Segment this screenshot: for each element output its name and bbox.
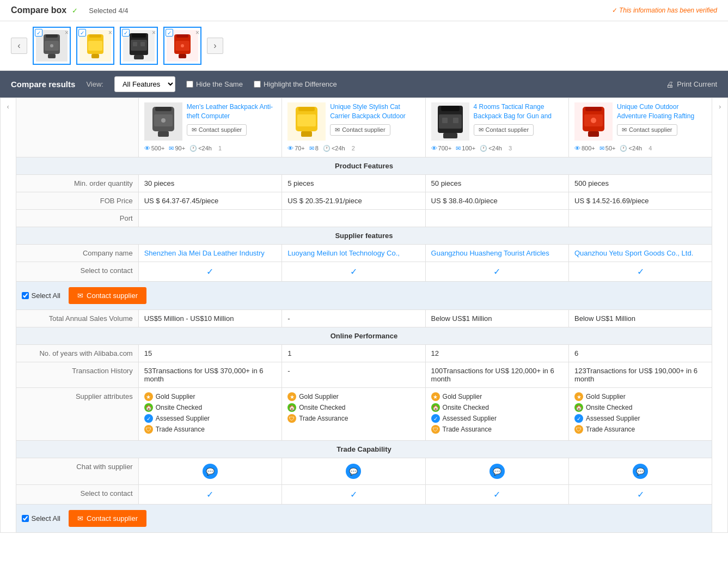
supplier-features-header: Supplier features	[16, 227, 712, 245]
hide-same-label[interactable]: Hide the Same	[186, 80, 243, 88]
contact-supplier-btn-1[interactable]: ✉ Contact supplier	[69, 287, 146, 304]
check-bottom-icon-4: ✓	[637, 490, 644, 499]
view-select[interactable]: All Features	[114, 76, 175, 92]
years-alibaba-val-1: 15	[138, 345, 282, 362]
thumb-close-3[interactable]: ×	[152, 29, 156, 37]
chat-supplier-val-2[interactable]: 💬	[282, 458, 425, 485]
chat-supplier-val-1[interactable]: 💬	[138, 458, 282, 485]
chat-bubble-4[interactable]: 💬	[633, 464, 648, 479]
select-contact-bottom-2[interactable]: ✓	[282, 485, 425, 505]
total-sales-val-3: Below US$1 Million	[425, 310, 568, 327]
print-button[interactable]: 🖨 Print Current	[666, 80, 717, 89]
chat-supplier-val-4[interactable]: 💬	[569, 458, 712, 485]
clock-icon-2: 🕐	[323, 145, 331, 152]
chat-bubble-2[interactable]: 💬	[346, 464, 361, 479]
svg-point-29	[161, 118, 166, 123]
product-name-4[interactable]: Unique Cute Outdoor Adventure Floating R…	[617, 102, 706, 121]
select-contact-4[interactable]: ✓	[569, 262, 712, 282]
select-all-checkbox-1[interactable]	[22, 292, 29, 299]
thumb-item-2[interactable]: ✓ ×	[76, 27, 114, 65]
views-2: 👁 70+	[287, 145, 305, 151]
thumb-close-1[interactable]: ×	[65, 29, 69, 37]
highlight-diff-checkbox[interactable]	[254, 81, 261, 88]
highlight-diff-label[interactable]: Highlight the Difference	[254, 80, 337, 88]
company-name-val-1: Shenzhen Jia Mei Da Leather Industry	[138, 245, 282, 262]
selected-badge: Selected 4/4	[89, 7, 128, 15]
attr-gold-3: ★ Gold Supplier	[431, 392, 563, 401]
product-name-1[interactable]: Men's Leather Backpack Anti-theft Comput…	[187, 102, 276, 121]
select-contact-label: Select to contact	[16, 262, 138, 282]
min-order-label: Min. order quantity	[16, 175, 138, 192]
table-left-arrow[interactable]: ‹	[1, 98, 16, 533]
compare-box-title: Compare box	[11, 5, 66, 15]
port-label: Port	[16, 210, 138, 227]
product-name-2[interactable]: Unique Style Stylish Cat Carrier Backpac…	[330, 102, 419, 121]
contact-btn-1[interactable]: ✉ Contact supplier	[187, 124, 247, 136]
chat-supplier-val-3[interactable]: 💬	[425, 458, 568, 485]
check-bottom-icon-2: ✓	[350, 490, 357, 499]
thumb-item-1[interactable]: ✓ ×	[33, 27, 71, 65]
contact-supplier-btn-2[interactable]: ✉ Contact supplier	[69, 510, 146, 527]
svg-point-23	[181, 44, 184, 47]
product-thumb-img-1	[144, 102, 182, 141]
company-link-2[interactable]: Luoyang Meilun lot Technology Co.,	[287, 249, 400, 257]
contact-btn-4[interactable]: ✉ Contact supplier	[617, 124, 677, 136]
company-link-1[interactable]: Shenzhen Jia Mei Da Leather Industry	[144, 249, 265, 257]
online-performance-header-row: Online Performance	[1, 327, 728, 345]
hide-same-checkbox[interactable]	[186, 81, 193, 88]
onsite-icon-3: 🏠	[431, 403, 440, 412]
thumb-close-2[interactable]: ×	[108, 29, 112, 37]
product-features-header: Product Features	[16, 157, 712, 175]
select-contact-1[interactable]: ✓	[138, 262, 282, 282]
company-link-4[interactable]: Quanzhou Yetu Sport Goods Co., Ltd.	[574, 249, 693, 257]
product-thumb-img-4	[574, 102, 613, 141]
select-contact-bottom-3[interactable]: ✓	[425, 485, 568, 505]
thumb-item-4[interactable]: ✓ ×	[163, 27, 201, 65]
svg-rect-33	[301, 131, 312, 137]
select-contact-bottom-1[interactable]: ✓	[138, 485, 282, 505]
select-all-label-2[interactable]: Select All	[22, 514, 60, 523]
thumb-item-3[interactable]: ✓ ×	[120, 27, 158, 65]
chat-bubble-1[interactable]: 💬	[203, 464, 218, 479]
min-order-val-2: 5 pieces	[282, 175, 425, 192]
attr-onsite-2: 🏠 Onsite Checked	[287, 403, 419, 412]
fob-price-val-1: US $ 64.37-67.45/piece	[138, 192, 282, 210]
attr-list-3: ★ Gold Supplier 🏠 Onsite Checked ✓ Asses…	[431, 392, 563, 434]
supplier-features-header-row: Supplier features	[1, 227, 728, 245]
product-info-3: 4 Rooms Tactical Range Backpack Bag for …	[474, 102, 563, 136]
supplier-attributes-val-3: ★ Gold Supplier 🏠 Onsite Checked ✓ Asses…	[425, 388, 568, 441]
company-name-label: Company name	[16, 245, 138, 262]
gold-icon-4: ★	[574, 392, 583, 401]
envelope-icon-action1: ✉	[77, 292, 83, 300]
table-right-arrow[interactable]: ›	[712, 98, 728, 533]
svg-rect-27	[158, 131, 169, 137]
select-all-label-1[interactable]: Select All	[22, 292, 60, 300]
product-num-2: 2	[350, 144, 357, 153]
next-arrow[interactable]: ›	[207, 38, 223, 54]
company-name-val-2: Luoyang Meilun lot Technology Co.,	[282, 245, 425, 262]
attr-gold-1: ★ Gold Supplier	[144, 392, 276, 401]
clock-icon-3: 🕐	[480, 145, 487, 152]
thumb-close-4[interactable]: ×	[195, 29, 199, 37]
product-name-3[interactable]: 4 Rooms Tactical Range Backpack Bag for …	[474, 102, 563, 121]
select-contact-3[interactable]: ✓	[425, 262, 568, 282]
select-all-checkbox-2[interactable]	[22, 515, 29, 522]
envelope-icon-3: ✉	[479, 126, 484, 133]
onsite-icon-2: 🏠	[287, 403, 296, 412]
prev-arrow[interactable]: ‹	[11, 38, 27, 54]
attr-list-4: ★ Gold Supplier 🏠 Onsite Checked ✓ Asses…	[574, 392, 706, 434]
eye-icon-3: 👁	[431, 145, 437, 151]
gold-icon-2: ★	[287, 392, 296, 401]
envelope-icon-action2: ✉	[77, 514, 83, 523]
product-thumb-1	[144, 102, 182, 141]
total-sales-row: Total Annual Sales Volume US$5 Million -…	[1, 310, 728, 327]
select-contact-2[interactable]: ✓	[282, 262, 425, 282]
company-link-3[interactable]: Guangzhou Huasheng Tourist Articles	[431, 249, 549, 257]
svg-rect-14	[134, 55, 144, 59]
port-val-2	[282, 210, 425, 227]
contact-btn-3[interactable]: ✉ Contact supplier	[474, 124, 534, 136]
select-contact-bottom-4[interactable]: ✓	[569, 485, 712, 505]
chat-bubble-3[interactable]: 💬	[490, 464, 505, 479]
years-alibaba-val-4: 6	[569, 345, 712, 362]
contact-btn-2[interactable]: ✉ Contact supplier	[330, 124, 390, 136]
